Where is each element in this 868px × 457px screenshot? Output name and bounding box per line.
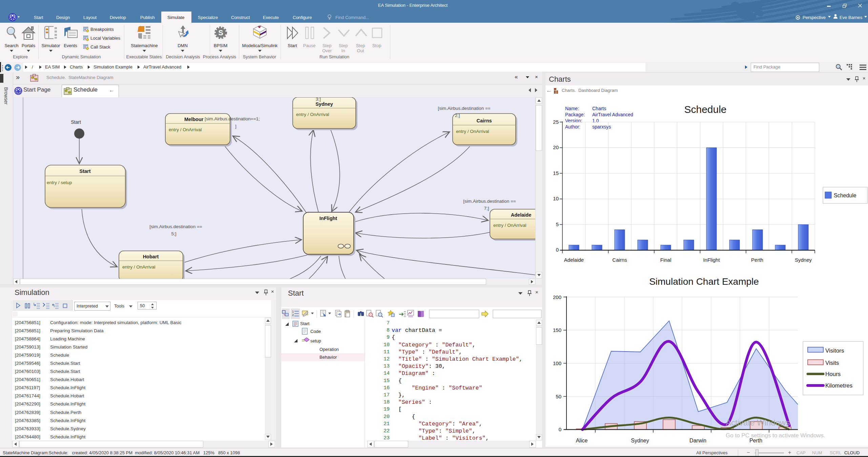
svg-text:]: ] (235, 124, 236, 129)
svg-text:Hobart: Hobart (143, 254, 159, 259)
svg-text:0: 0 (556, 247, 559, 253)
svg-text:[sim.Airbus.destination ==: [sim.Airbus.destination == (463, 199, 516, 204)
svg-text:Sydney: Sydney (631, 438, 649, 443)
svg-text:Version:: Version: (565, 118, 582, 123)
svg-text:Name:: Name: (565, 106, 579, 111)
svg-text:Activate Windows: Activate Windows (726, 418, 790, 427)
svg-text:3;]: 3;] (316, 97, 321, 102)
svg-text:entry / OnArrival: entry / OnArrival (493, 223, 526, 228)
svg-text:Visits: Visits (825, 360, 839, 366)
svg-text:25: 25 (553, 119, 559, 125)
svg-text:15: 15 (553, 170, 559, 176)
svg-text:Perth: Perth (751, 257, 763, 263)
svg-text:Kilometres: Kilometres (825, 382, 852, 389)
svg-text:Charts: Charts (592, 106, 606, 111)
svg-text:Simulation Chart Example: Simulation Chart Example (649, 276, 759, 287)
svg-text:entry / OnArrival: entry / OnArrival (169, 127, 202, 132)
svg-text:setup: setup (310, 338, 321, 343)
svg-text:AirTravel Advanced: AirTravel Advanced (592, 112, 633, 117)
svg-text:Melbour: Melbour (184, 117, 204, 122)
svg-text:[sim.Airbus.destination ==: [sim.Airbus.destination == (149, 224, 202, 229)
svg-text:Code: Code (310, 329, 321, 334)
svg-text:7;]: 7;] (484, 206, 489, 211)
svg-text:InFlight: InFlight (703, 257, 720, 263)
svg-text:Hours: Hours (825, 371, 841, 377)
svg-text:Adelaide: Adelaide (564, 257, 584, 263)
svg-text:Start: Start (79, 168, 90, 174)
svg-text:200: 200 (553, 294, 561, 300)
svg-text:2: 2 (292, 313, 294, 317)
svg-text:sparxsys: sparxsys (592, 124, 611, 130)
svg-text:5;]: 5;] (171, 231, 176, 236)
svg-text:10: 10 (553, 196, 559, 201)
svg-text:2;]: 2;] (455, 113, 460, 118)
svg-text:Start: Start (300, 321, 310, 326)
svg-text:Alice: Alice (576, 438, 588, 443)
svg-text:Sydney: Sydney (315, 101, 333, 107)
svg-text:entry / OnArrival: entry / OnArrival (122, 264, 156, 270)
svg-text:Operation: Operation (319, 347, 339, 352)
svg-text:Schedule: Schedule (834, 193, 856, 198)
svg-text:Sydney: Sydney (795, 257, 812, 263)
svg-text:Cairns: Cairns (612, 257, 627, 263)
svg-text:[sim.Airbus.destination ==: [sim.Airbus.destination == (438, 106, 490, 111)
svg-text:20: 20 (553, 144, 559, 150)
svg-text:Schedule: Schedule (684, 104, 726, 115)
svg-text:Package:: Package: (565, 112, 585, 117)
svg-text:entry / OnArrival: entry / OnArrival (296, 112, 329, 117)
svg-text:Cairns: Cairns (476, 118, 492, 123)
svg-text:50: 50 (556, 394, 561, 399)
svg-text:Author:: Author: (565, 124, 580, 130)
svg-text:Visitors: Visitors (825, 347, 844, 354)
svg-text:0: 0 (559, 426, 561, 432)
svg-text:1: 1 (292, 310, 294, 313)
svg-text:Darwin: Darwin (689, 438, 706, 443)
svg-text:Adelaide: Adelaide (511, 212, 531, 218)
svg-text:Behavior: Behavior (319, 355, 337, 360)
svg-text:S: S (218, 28, 223, 37)
svg-text:5: 5 (556, 221, 559, 227)
svg-text:entry / OnArrival: entry / OnArrival (456, 129, 489, 134)
svg-text:100: 100 (553, 360, 561, 366)
svg-text:entry / setup: entry / setup (47, 180, 72, 185)
svg-text:Start: Start (71, 119, 81, 125)
svg-text:Final: Final (660, 257, 671, 263)
svg-text:1.0: 1.0 (592, 118, 599, 123)
svg-text:150: 150 (553, 327, 561, 333)
svg-text:InFlight: InFlight (319, 216, 337, 221)
svg-text:[sim.Airbus.destination==1;: [sim.Airbus.destination==1; (205, 116, 260, 121)
svg-text:Go to PC settings to activate: Go to PC settings to activate Windows. (726, 432, 825, 439)
